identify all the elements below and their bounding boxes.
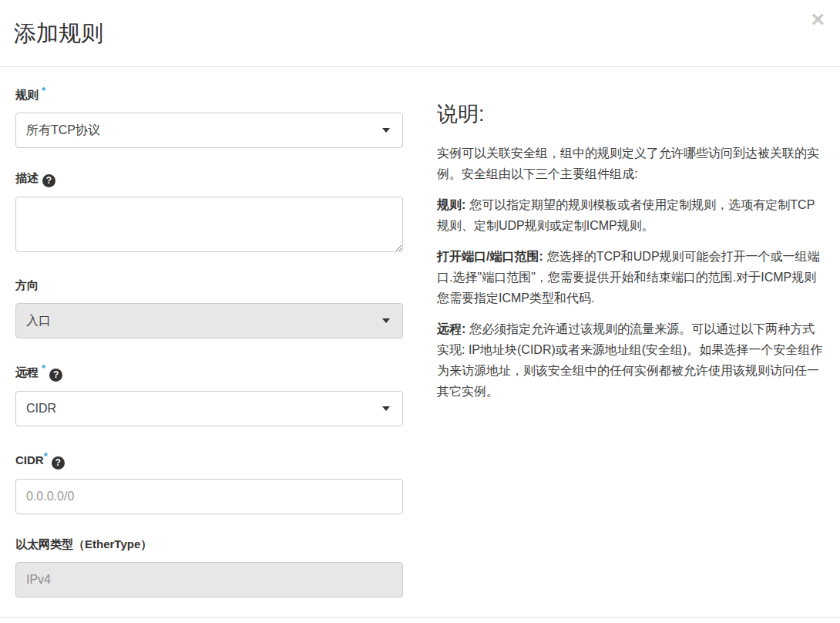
cidr-input[interactable] (15, 479, 403, 514)
chevron-down-icon (382, 128, 390, 133)
help-section-rules: 规则:您可以指定期望的规则模板或者使用定制规则，选项有定制TCP规则、定制UDP… (437, 194, 826, 236)
direction-label-text: 方向 (15, 278, 39, 291)
rule-select-value: 所有TCP协议 (26, 123, 100, 136)
description-label-text: 描述 (15, 171, 39, 184)
modal-body: 规则* 所有TCP协议 描述? 方向 入口 远程*? (0, 67, 840, 619)
help-icon[interactable]: ? (42, 174, 55, 187)
remote-select[interactable]: CIDR (15, 391, 403, 426)
help-body: 您必须指定允许通过该规则的流量来源。可以通过以下两种方式实现: IP地址块(CI… (437, 322, 822, 398)
direction-field-group: 方向 入口 (15, 277, 403, 338)
required-asterisk: * (42, 85, 45, 96)
help-intro: 实例可以关联安全组，组中的规则定义了允许哪些访问到达被关联的实例。安全组由以下三… (437, 143, 826, 184)
remote-label: 远程*? (15, 360, 403, 382)
required-asterisk: * (44, 450, 48, 462)
ethertype-label: 以太网类型（EtherType） (15, 536, 403, 553)
footer-divider (0, 617, 840, 618)
rule-label: 规则* (15, 83, 403, 103)
cidr-label: CIDR*? (15, 448, 403, 470)
direction-label: 方向 (15, 277, 403, 294)
ethertype-input (15, 562, 403, 598)
cidr-field-group: CIDR*? (15, 448, 403, 514)
page-title: 添加规则 (14, 17, 825, 50)
required-asterisk: * (42, 362, 45, 374)
modal-header: 添加规则 × (0, 0, 840, 67)
chevron-down-icon (382, 318, 390, 323)
help-text: 实例可以关联安全组，组中的规则定义了允许哪些访问到达被关联的实例。安全组由以下三… (437, 143, 826, 402)
remote-label-text: 远程 (15, 365, 39, 379)
ethertype-label-text: 以太网类型（EtherType） (15, 537, 152, 551)
remote-select-value: CIDR (26, 402, 56, 415)
description-field-group: 描述? (15, 170, 403, 255)
help-heading: 说明: (437, 101, 826, 127)
help-term: 远程: (437, 322, 465, 335)
direction-select: 入口 (15, 303, 403, 338)
direction-select-value: 入口 (26, 314, 51, 327)
description-textarea[interactable] (15, 197, 403, 252)
help-icon[interactable]: ? (49, 369, 62, 382)
help-term: 打开端口/端口范围: (437, 250, 543, 263)
rule-select[interactable]: 所有TCP协议 (15, 113, 403, 148)
ethertype-field-group: 以太网类型（EtherType） (15, 536, 403, 598)
description-label: 描述? (15, 170, 403, 187)
form-column: 规则* 所有TCP协议 描述? 方向 入口 远程*? (0, 83, 420, 619)
help-body: 您可以指定期望的规则模板或者使用定制规则，选项有定制TCP规则、定制UDP规则或… (437, 198, 815, 232)
help-icon[interactable]: ? (52, 456, 65, 470)
remote-field-group: 远程*? CIDR (15, 360, 403, 426)
help-term: 规则: (437, 198, 465, 211)
help-column: 说明: 实例可以关联安全组，组中的规则定义了允许哪些访问到达被关联的实例。安全组… (420, 83, 840, 619)
rule-field-group: 规则* 所有TCP协议 (15, 83, 403, 148)
cidr-label-text: CIDR (15, 453, 44, 466)
chevron-down-icon (382, 406, 390, 411)
help-section-ports: 打开端口/端口范围:您选择的TCP和UDP规则可能会打开一个或一组端口.选择"端… (437, 246, 826, 308)
help-section-remote: 远程:您必须指定允许通过该规则的流量来源。可以通过以下两种方式实现: IP地址块… (437, 318, 826, 402)
rule-label-text: 规则 (15, 88, 39, 101)
close-icon[interactable]: × (811, 8, 825, 31)
add-rule-modal: 添加规则 × 规则* 所有TCP协议 描述? 方向 入口 (0, 0, 840, 623)
